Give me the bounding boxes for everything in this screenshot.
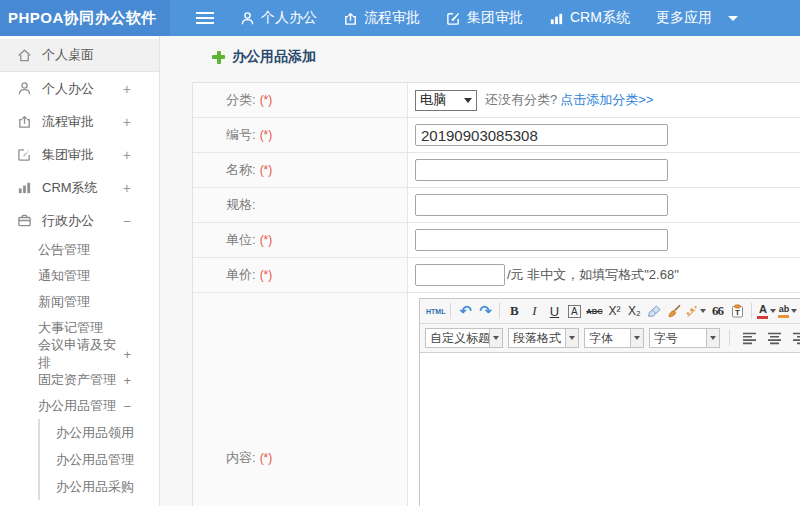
- spec-input[interactable]: [415, 194, 668, 216]
- category-select-value: 电脑: [420, 91, 446, 109]
- underline-button[interactable]: U: [544, 304, 564, 319]
- sidebar-item-crm[interactable]: CRM系统 +: [0, 171, 159, 204]
- field-label: 编号:: [226, 126, 256, 144]
- topnav-item-group-approval[interactable]: 集团审批: [446, 9, 523, 27]
- align-center-icon[interactable]: [764, 332, 784, 345]
- html-source-button[interactable]: HTML: [425, 308, 446, 315]
- eraser-icon[interactable]: [644, 305, 664, 318]
- sidebar-subitem-fixed-assets-mgmt[interactable]: 固定资产管理 +: [0, 367, 159, 393]
- hamburger-icon[interactable]: [196, 12, 214, 24]
- expand-plus-icon[interactable]: +: [123, 147, 131, 163]
- price-format-hint: /元 非中文，如填写格式"2.68": [507, 266, 679, 284]
- highlight-color-button[interactable]: ab: [777, 305, 798, 318]
- collapse-minus-icon[interactable]: −: [123, 399, 131, 414]
- strikethrough-button[interactable]: ABC: [584, 307, 604, 316]
- required-marker: (*): [260, 93, 273, 107]
- form-row-category: 分类: (*) 电脑 还没有分类? 点击添加分类>>: [193, 83, 800, 118]
- italic-button[interactable]: I: [524, 303, 544, 319]
- edit-square-icon: [446, 11, 461, 26]
- sidebar-item-label: 个人办公: [42, 80, 94, 98]
- page-title-text: 办公用品添加: [232, 48, 316, 66]
- editor-toolbar-row2: 自定义标题 段落格式 字体 字号: [420, 324, 800, 353]
- field-label: 内容:: [226, 449, 256, 467]
- unit-label: 单位: (*): [193, 223, 408, 257]
- sidebar-subitem-supplies-requisition[interactable]: 办公用品领用: [40, 419, 159, 446]
- highlight-swatch: [778, 315, 789, 318]
- format-painter-icon[interactable]: [684, 305, 707, 318]
- briefcase-icon: [17, 213, 33, 228]
- home-icon: [17, 48, 33, 63]
- sidebar-item-personal-office[interactable]: 个人办公 +: [0, 72, 159, 105]
- redo-icon[interactable]: ↷: [475, 302, 495, 320]
- sidebar-subitem-announcement-mgmt[interactable]: 公告管理: [0, 237, 159, 263]
- superscript-button[interactable]: X²: [604, 304, 624, 318]
- expand-plus-icon[interactable]: +: [123, 180, 131, 196]
- font-style-glyph: A: [568, 305, 581, 318]
- sidebar-item-workflow-approval[interactable]: 流程审批 +: [0, 105, 159, 138]
- sidebar-subitem-label: 大事记管理: [38, 319, 103, 337]
- clean-brush-icon[interactable]: [664, 304, 684, 318]
- topnav-label: 集团审批: [467, 9, 523, 27]
- sidebar-item-label: 集团审批: [42, 146, 94, 164]
- bar-chart-icon: [549, 11, 564, 26]
- field-label: 分类:: [226, 91, 256, 109]
- font-family-select[interactable]: 字体: [584, 328, 644, 348]
- font-color-glyph: A: [759, 304, 767, 315]
- number-input[interactable]: [415, 124, 668, 146]
- toolbar-divider: [450, 303, 451, 319]
- form-row-spec: 规格:: [193, 188, 800, 223]
- form-row-content: 内容: (*) HTML ↶ ↷ B I U A ABC: [193, 293, 800, 506]
- align-right-icon[interactable]: [789, 332, 800, 345]
- sidebar-subitem-supplies-management[interactable]: 办公用品管理: [40, 446, 159, 473]
- price-input[interactable]: [415, 264, 505, 286]
- paragraph-format-select[interactable]: 段落格式: [508, 328, 579, 348]
- name-label: 名称: (*): [193, 153, 408, 187]
- align-left-icon[interactable]: [739, 332, 759, 345]
- expand-plus-icon[interactable]: +: [123, 347, 131, 362]
- paste-text-icon[interactable]: T: [727, 304, 747, 318]
- sidebar-subitem-office-supplies-mgmt[interactable]: 办公用品管理 −: [0, 393, 159, 419]
- price-label: 单价: (*): [193, 258, 408, 292]
- collapse-minus-icon[interactable]: −: [123, 213, 131, 229]
- sidebar-item-label: 行政办公: [42, 212, 94, 230]
- unit-input[interactable]: [415, 229, 668, 251]
- toolbar-divider: [729, 330, 730, 346]
- expand-plus-icon[interactable]: +: [123, 373, 131, 388]
- expand-plus-icon[interactable]: +: [123, 81, 131, 97]
- edit-square-icon: [17, 147, 33, 162]
- sidebar-item-personal-desktop[interactable]: 个人桌面: [0, 39, 159, 72]
- topnav-item-more-apps[interactable]: 更多应用: [656, 9, 738, 27]
- sidebar-subitem-meeting-request[interactable]: 会议申请及安排 +: [0, 341, 159, 367]
- topnav-label: 流程审批: [364, 9, 420, 27]
- caret-down-icon: [489, 329, 502, 347]
- topnav-item-crm[interactable]: CRM系统: [549, 9, 630, 27]
- font-color-swatch: [757, 316, 768, 319]
- required-marker: (*): [260, 128, 273, 142]
- topnav-item-workflow-approval[interactable]: 流程审批: [343, 9, 420, 27]
- bold-button[interactable]: B: [504, 303, 524, 319]
- name-input[interactable]: [415, 159, 668, 181]
- paragraph-select-value: 段落格式: [509, 330, 565, 347]
- sidebar-item-group-approval[interactable]: 集团审批 +: [0, 138, 159, 171]
- caret-down-icon: [791, 309, 797, 313]
- subscript-button[interactable]: X₂: [624, 304, 644, 318]
- blockquote-button[interactable]: 66: [707, 303, 727, 319]
- heading-select[interactable]: 自定义标题: [425, 328, 503, 348]
- editor-content-area[interactable]: [420, 353, 800, 506]
- required-marker: (*): [260, 163, 273, 177]
- bar-chart-icon: [17, 180, 33, 195]
- sidebar-subitem-supplies-purchase[interactable]: 办公用品采购: [40, 473, 159, 500]
- expand-plus-icon[interactable]: +: [123, 114, 131, 130]
- sidebar-item-admin-office[interactable]: 行政办公 −: [0, 204, 159, 237]
- font-color-button[interactable]: A: [756, 304, 777, 319]
- undo-icon[interactable]: ↶: [455, 302, 475, 320]
- caret-down-icon: [770, 309, 776, 313]
- sidebar-subitem-notice-mgmt[interactable]: 通知管理: [0, 263, 159, 289]
- add-category-link[interactable]: 点击添加分类>>: [560, 91, 653, 109]
- sidebar-subitem-news-mgmt[interactable]: 新闻管理: [0, 289, 159, 315]
- font-size-select[interactable]: 字号: [649, 328, 720, 348]
- topnav-item-personal-office[interactable]: 个人办公: [240, 9, 317, 27]
- category-select[interactable]: 电脑: [415, 90, 477, 111]
- form-row-price: 单价: (*) /元 非中文，如填写格式"2.68": [193, 258, 800, 293]
- font-style-button[interactable]: A: [564, 305, 584, 318]
